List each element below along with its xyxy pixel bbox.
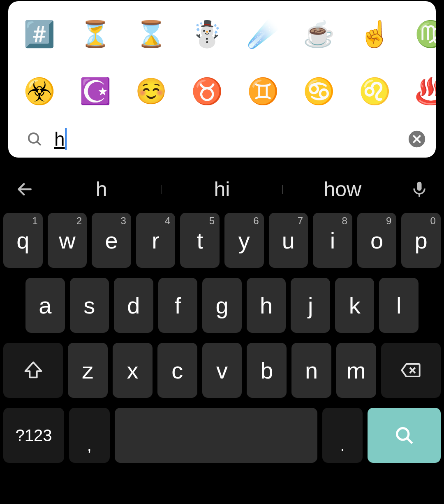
- emoji-biohazard[interactable]: ☣️: [25, 77, 53, 106]
- search-value: h: [54, 128, 67, 150]
- key-j[interactable]: j: [291, 278, 330, 333]
- emoji-hourglass-flowing[interactable]: ⏳: [81, 20, 109, 49]
- emoji-grid: #️⃣⏳⌛☃️☄️☕☝️♍ ☣️☪️☺️♉♊♋♌♨️: [8, 1, 436, 120]
- key-k[interactable]: k: [335, 278, 375, 333]
- key-r[interactable]: 4r: [136, 213, 176, 268]
- svg-point-0: [29, 133, 38, 142]
- key-s[interactable]: s: [70, 278, 109, 333]
- comma-key[interactable]: ,: [69, 408, 110, 463]
- emoji-row-1: ☣️☪️☺️♉♊♋♌♨️: [25, 63, 436, 120]
- key-v[interactable]: v: [202, 343, 242, 398]
- emoji-snowman[interactable]: ☃️: [192, 20, 221, 49]
- emoji-keycap-hash[interactable]: #️⃣: [25, 20, 53, 49]
- emoji-gemini[interactable]: ♊: [248, 77, 277, 106]
- key-hint: 1: [32, 215, 37, 227]
- backspace-key[interactable]: [381, 343, 441, 398]
- key-q[interactable]: 1q: [3, 213, 43, 268]
- search-input[interactable]: h: [54, 120, 408, 158]
- key-hint: 2: [76, 215, 82, 227]
- key-e[interactable]: 3e: [92, 213, 131, 268]
- key-c[interactable]: c: [157, 343, 197, 398]
- key-w[interactable]: 2w: [48, 213, 87, 268]
- key-i[interactable]: 8i: [313, 213, 352, 268]
- symbols-key[interactable]: ?123: [3, 408, 64, 463]
- emoji-index-pointing-up[interactable]: ☝️: [360, 20, 389, 49]
- key-hint: 3: [120, 215, 126, 227]
- emoji-virgo[interactable]: ♍: [416, 20, 436, 49]
- key-y[interactable]: 6y: [224, 213, 264, 268]
- suggestions: h hi how: [41, 177, 403, 201]
- key-hint: 7: [298, 215, 303, 227]
- suggestion-1[interactable]: hi: [162, 177, 282, 201]
- emoji-hot-springs[interactable]: ♨️: [416, 77, 436, 106]
- key-hint: 8: [342, 215, 347, 227]
- key-b[interactable]: b: [247, 343, 287, 398]
- search-action-key[interactable]: [368, 408, 441, 463]
- svg-line-8: [407, 438, 412, 444]
- key-hint: 9: [386, 215, 391, 227]
- key-t[interactable]: 5t: [180, 213, 220, 268]
- key-z[interactable]: z: [68, 343, 108, 398]
- key-n[interactable]: n: [291, 343, 331, 398]
- shift-key[interactable]: [3, 343, 63, 398]
- key-hint: 5: [209, 215, 215, 227]
- emoji-smiling-face[interactable]: ☺️: [136, 77, 165, 106]
- space-key[interactable]: [115, 408, 317, 463]
- suggestion-2[interactable]: how: [282, 177, 403, 201]
- key-a[interactable]: a: [25, 278, 65, 333]
- key-o[interactable]: 9o: [357, 213, 397, 268]
- emoji-star-and-crescent[interactable]: ☪️: [81, 77, 109, 106]
- key-h[interactable]: h: [247, 278, 286, 333]
- suggestion-0[interactable]: h: [41, 177, 162, 201]
- key-grid: 1q2w3e4r5t6y7u8i9o0p asdfghjkl zxcvbnm ?…: [0, 208, 444, 463]
- key-hint: 4: [165, 215, 170, 227]
- emoji-comet[interactable]: ☄️: [248, 20, 277, 49]
- emoji-cancer[interactable]: ♋: [304, 77, 333, 106]
- emoji-search-row: h: [8, 120, 436, 158]
- clear-search-button[interactable]: [408, 130, 426, 148]
- svg-point-7: [397, 428, 409, 440]
- key-u[interactable]: 7u: [269, 213, 308, 268]
- period-key[interactable]: .: [322, 408, 363, 463]
- emoji-leo[interactable]: ♌: [360, 77, 389, 106]
- key-m[interactable]: m: [336, 343, 376, 398]
- emoji-row-0: #️⃣⏳⌛☃️☄️☕☝️♍: [25, 5, 436, 63]
- emoji-panel: #️⃣⏳⌛☃️☄️☕☝️♍ ☣️☪️☺️♉♊♋♌♨️ h: [8, 1, 436, 158]
- key-d[interactable]: d: [114, 278, 153, 333]
- suggestion-bar: h hi how: [0, 171, 444, 208]
- search-icon: [26, 131, 43, 147]
- key-hint: 0: [430, 215, 436, 227]
- key-hint: 6: [253, 215, 259, 227]
- key-l[interactable]: l: [379, 278, 419, 333]
- svg-line-1: [37, 142, 41, 145]
- back-button[interactable]: [8, 180, 41, 198]
- emoji-hot-beverage[interactable]: ☕: [304, 20, 333, 49]
- emoji-taurus[interactable]: ♉: [192, 77, 221, 106]
- emoji-hourglass-done[interactable]: ⌛: [136, 20, 165, 49]
- key-f[interactable]: f: [158, 278, 198, 333]
- key-p[interactable]: 0p: [401, 213, 441, 268]
- key-x[interactable]: x: [113, 343, 153, 398]
- key-g[interactable]: g: [202, 278, 242, 333]
- mic-button[interactable]: [403, 180, 436, 198]
- keyboard: h hi how 1q2w3e4r5t6y7u8i9o0p asdfghjkl …: [0, 163, 444, 504]
